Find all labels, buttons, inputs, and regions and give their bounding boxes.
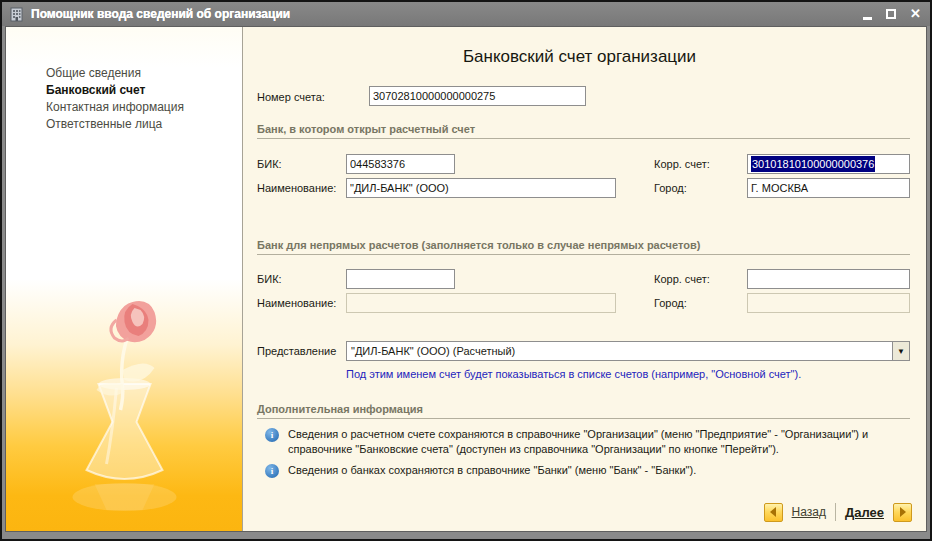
info-icon: i [265, 428, 279, 442]
maximize-button[interactable] [886, 9, 896, 19]
sidebar-item-contact-info[interactable]: Контактная информация [46, 99, 242, 116]
account-number-input[interactable] [369, 86, 586, 106]
bank-name-input[interactable] [346, 178, 616, 198]
back-button[interactable] [764, 503, 783, 522]
indirect-city-label: Город: [654, 297, 687, 309]
info-note-2-text: Сведения о банках сохраняются в справочн… [288, 463, 696, 478]
wizard-steps-sidebar: Общие сведения Банковский счет Контактна… [6, 27, 243, 531]
presentation-label: Представление [257, 345, 336, 357]
minimize-button[interactable] [863, 17, 872, 20]
city-label: Город: [654, 182, 687, 194]
additional-info-section-title: Дополнительная информация [257, 403, 910, 419]
corr-account-input[interactable]: 30101810100000000376 [747, 154, 910, 174]
indirect-corr-account-label: Корр. счет: [654, 273, 710, 285]
window-title: Помощник ввода сведений об организации [31, 7, 856, 21]
chevron-down-icon[interactable]: ▼ [892, 342, 909, 360]
titlebar: Помощник ввода сведений об организации ✕ [2, 2, 930, 26]
wizard-page-bank-account: Банковский счет организации Номер счета:… [243, 27, 926, 531]
content-area: Общие сведения Банковский счет Контактна… [5, 26, 927, 532]
sidebar-item-bank-account[interactable]: Банковский счет [46, 82, 242, 99]
back-arrow-icon [770, 507, 776, 517]
indirect-bank-name-input [346, 293, 616, 313]
bank-section-title: Банк, в котором открыт расчетный счет [257, 123, 910, 139]
organization-building-icon [9, 7, 24, 22]
info-icon: i [265, 464, 279, 478]
indirect-bank-section-title: Банк для непрямых расчетов (заполняется … [257, 239, 910, 255]
sidebar-item-responsible-persons[interactable]: Ответственные лица [46, 116, 242, 133]
info-note-1-text: Сведения о расчетном счете сохраняются в… [288, 427, 910, 457]
bik-label: БИК: [257, 158, 282, 170]
account-number-label: Номер счета: [257, 91, 325, 103]
indirect-bank-name-label: Наименование: [257, 297, 336, 309]
sidebar-item-general[interactable]: Общие сведения [46, 65, 242, 82]
corr-account-label: Корр. счет: [654, 158, 710, 170]
page-title: Банковский счет организации [243, 47, 916, 67]
forward-arrow-icon [900, 507, 906, 517]
steps-list: Общие сведения Банковский счет Контактна… [6, 27, 242, 133]
presentation-value: "ДИЛ-БАНК" (ООО) (Расчетный) [347, 342, 892, 360]
next-link[interactable]: Далее [845, 505, 884, 520]
corr-account-selected-text: 30101810100000000376 [751, 156, 875, 172]
back-link[interactable]: Назад [792, 505, 826, 519]
info-note-2: i Сведения о банках сохраняются в справо… [265, 463, 910, 478]
wizard-navigation: Назад Далее [764, 501, 912, 523]
bik-input[interactable] [346, 154, 455, 174]
indirect-bik-input[interactable] [346, 269, 455, 289]
city-input[interactable] [747, 178, 910, 198]
rose-vase-illustration [37, 292, 212, 517]
presentation-hint: Под этим именем счет будет показываться … [346, 368, 801, 380]
close-button[interactable]: ✕ [910, 9, 921, 19]
nav-divider [835, 503, 836, 521]
indirect-bik-label: БИК: [257, 273, 282, 285]
wizard-window: Помощник ввода сведений об организации ✕… [0, 0, 932, 541]
bank-name-label: Наименование: [257, 182, 336, 194]
indirect-city-input [747, 293, 910, 313]
indirect-corr-account-input[interactable] [747, 269, 910, 289]
info-note-1: i Сведения о расчетном счете сохраняются… [265, 427, 910, 457]
next-button[interactable] [893, 503, 912, 522]
presentation-combobox[interactable]: "ДИЛ-БАНК" (ООО) (Расчетный) ▼ [346, 341, 910, 361]
